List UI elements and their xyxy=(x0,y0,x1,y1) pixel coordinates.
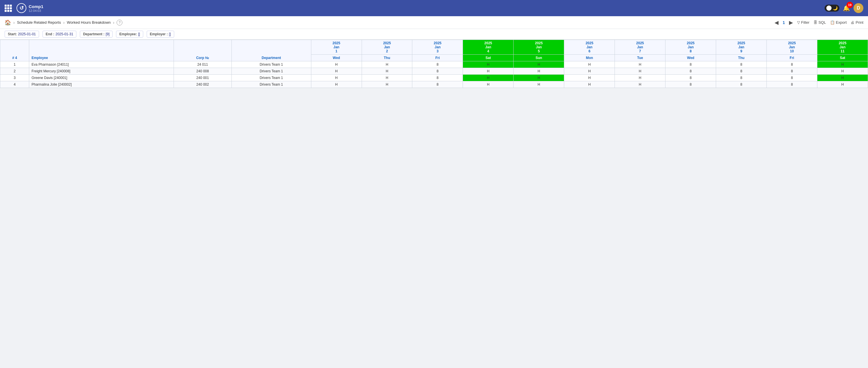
cell-employee: Greene Davis [240001] xyxy=(29,74,174,81)
user-avatar[interactable]: D xyxy=(854,3,863,13)
home-icon[interactable]: 🏠 xyxy=(5,20,11,26)
export-icon: 📋 xyxy=(830,20,835,25)
date-col-4: 2025Jan4 xyxy=(463,40,514,55)
cell-num: 1 xyxy=(0,61,29,68)
cell-day-7: H xyxy=(615,74,665,81)
main-content: # 4 Employee Corp № Department 2025Jan1 … xyxy=(0,40,868,88)
date-col-7: 2025Jan7 xyxy=(615,40,665,55)
employee-filter[interactable]: Employee: [] xyxy=(116,31,143,38)
cell-day-11: H xyxy=(817,74,868,81)
table-row: 1Eva Pharmason [24011]24 011Drivers Team… xyxy=(0,61,868,68)
cell-day-6: H xyxy=(564,68,615,74)
data-table: # 4 Employee Corp № Department 2025Jan1 … xyxy=(0,40,868,88)
cell-day-8: 8 xyxy=(665,61,716,68)
cell-num: 4 xyxy=(0,81,29,88)
cell-day-7: H xyxy=(615,68,665,74)
cell-department: Drivers Team 1 xyxy=(231,68,311,74)
breadcrumb-sep-3: › xyxy=(113,20,115,25)
cell-day-5: H xyxy=(514,61,564,68)
cell-corp: 24 011 xyxy=(174,61,231,68)
cell-day-7: H xyxy=(615,81,665,88)
cell-day-5: H xyxy=(514,74,564,81)
export-button[interactable]: 📋 Export xyxy=(830,20,847,25)
table-body: 1Eva Pharmason [24011]24 011Drivers Team… xyxy=(0,61,868,88)
cell-day-4: H xyxy=(463,81,514,88)
date-col-3: 2025Jan3 xyxy=(412,40,463,55)
date-col-10: 2025Jan10 xyxy=(767,40,817,55)
notification-bell[interactable]: 🔔 19 xyxy=(843,5,850,11)
cell-department: Drivers Team 1 xyxy=(231,61,311,68)
end-filter[interactable]: End : 2025-01-31 xyxy=(42,31,76,38)
cell-employee: Freight Mercury [240008] xyxy=(29,68,174,74)
cell-day-5: H xyxy=(514,81,564,88)
top-bar-right: 🌙 🔔 19 D xyxy=(825,3,863,13)
cell-day-6: H xyxy=(564,81,615,88)
next-page-button[interactable]: ▶ xyxy=(789,20,793,26)
cell-day-9: 8 xyxy=(716,68,767,74)
logo-circle: ↺ xyxy=(17,3,26,13)
grid-menu-icon[interactable] xyxy=(5,5,12,12)
date-col-2: 2025Jan2 xyxy=(362,40,412,55)
page-number: 1 xyxy=(783,20,785,25)
weekday-3: Fri xyxy=(412,55,463,61)
date-col-8: 2025Jan8 xyxy=(665,40,716,55)
weekday-2: Thu xyxy=(362,55,412,61)
table-header-dates: # 4 Employee Corp № Department 2025Jan1 … xyxy=(0,40,868,55)
cell-day-11: H xyxy=(817,61,868,68)
cell-day-11: H xyxy=(817,68,868,74)
cell-day-9: 8 xyxy=(716,74,767,81)
weekday-6: Mon xyxy=(564,55,615,61)
cell-num: 2 xyxy=(0,68,29,74)
table-row: 2Freight Mercury [240008]240 008Drivers … xyxy=(0,68,868,74)
print-icon: 🖨 xyxy=(850,20,855,25)
table-row: 4Pharmalina Jolie [240002]240 002Drivers… xyxy=(0,81,868,88)
cell-day-10: 8 xyxy=(767,68,817,74)
cell-employee: Eva Pharmason [24011] xyxy=(29,61,174,68)
cell-day-8: 8 xyxy=(665,74,716,81)
col-corp: Corp № xyxy=(174,40,231,61)
weekday-8: Wed xyxy=(665,55,716,61)
start-filter[interactable]: Start: 2025-01-01 xyxy=(5,31,39,38)
date-col-1: 2025Jan1 xyxy=(311,40,362,55)
cell-day-2: H xyxy=(362,74,412,81)
cell-day-1: H xyxy=(311,81,362,88)
cell-corp: 240 001 xyxy=(174,74,231,81)
cell-day-8: 8 xyxy=(665,81,716,88)
employer-filter[interactable]: Employer : [] xyxy=(147,31,174,38)
app-time: 12:04:03 xyxy=(29,9,43,12)
cell-day-1: H xyxy=(311,74,362,81)
filter-icon: ▽ xyxy=(797,20,800,25)
help-icon[interactable]: ? xyxy=(117,20,122,26)
sql-icon: 🗄 xyxy=(814,20,817,25)
cell-department: Drivers Team 1 xyxy=(231,81,311,88)
filter-button[interactable]: ▽ Filter xyxy=(797,20,810,25)
breadcrumb-worked-hours[interactable]: Worked Hours Breakdown xyxy=(67,20,111,25)
cell-day-8: 8 xyxy=(665,68,716,74)
print-button[interactable]: 🖨 Print xyxy=(850,20,863,25)
cell-day-4: H xyxy=(463,61,514,68)
prev-page-button[interactable]: ◀ xyxy=(775,20,779,26)
cell-corp: 240 002 xyxy=(174,81,231,88)
cell-day-3: 8 xyxy=(412,74,463,81)
cell-day-10: 8 xyxy=(767,61,817,68)
col-num: # 4 xyxy=(0,40,29,61)
weekday-11: Sat xyxy=(817,55,868,61)
weekday-7: Tue xyxy=(615,55,665,61)
cell-day-2: H xyxy=(362,68,412,74)
theme-toggle[interactable]: 🌙 xyxy=(825,5,839,11)
cell-day-9: 8 xyxy=(716,81,767,88)
col-department: Department xyxy=(231,40,311,61)
weekday-10: Fri xyxy=(767,55,817,61)
breadcrumb-left: 🏠 › Schedule Related Reports › Worked Ho… xyxy=(5,20,122,26)
cell-day-2: H xyxy=(362,61,412,68)
cell-department: Drivers Team 1 xyxy=(231,74,311,81)
date-col-11: 2025Jan11 xyxy=(817,40,868,55)
sql-button[interactable]: 🗄 SQL xyxy=(814,20,826,25)
date-col-9: 2025Jan9 xyxy=(716,40,767,55)
department-filter[interactable]: Department : [9] xyxy=(80,31,113,38)
notification-badge: 19 xyxy=(846,2,853,8)
app-logo: ↺ Comp1 12:04:03 xyxy=(17,3,43,13)
date-col-5: 2025Jan5 xyxy=(514,40,564,55)
weekday-5: Sun xyxy=(514,55,564,61)
breadcrumb-schedule[interactable]: Schedule Related Reports xyxy=(17,20,61,25)
